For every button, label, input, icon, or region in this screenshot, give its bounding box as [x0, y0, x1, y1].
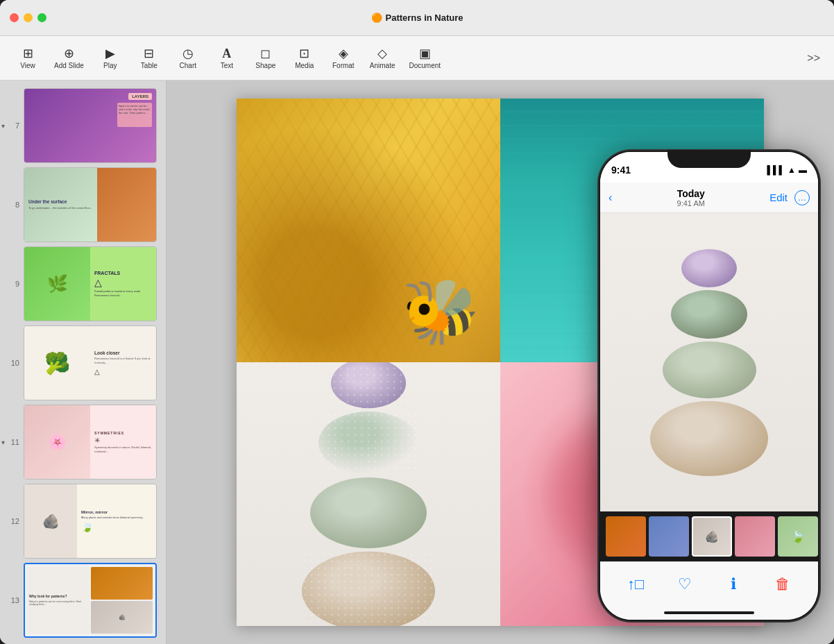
- slide-thumb-10[interactable]: 🥦 Look closer Romanesco broccoli is a fr…: [24, 325, 157, 400]
- phone-urchin-1: [681, 249, 737, 287]
- media-label: Media: [295, 62, 314, 69]
- phone-share-button[interactable]: ↑□: [623, 572, 648, 597]
- canvas-area: 🐝: [167, 80, 834, 644]
- toolbar-document[interactable]: ▣ Document: [402, 44, 448, 72]
- phone-urchin-3: [663, 341, 756, 398]
- close-button[interactable]: [10, 13, 19, 22]
- phone-thumb-1[interactable]: [606, 516, 646, 557]
- phone-thumbnails: 🪨 🍃: [600, 511, 818, 561]
- phone-home-indicator: [600, 606, 818, 620]
- document-icon: ▣: [419, 47, 431, 60]
- phone-status-bar: 9:41 ▌▌▌ ▲ ▬: [600, 152, 818, 183]
- toolbar-view[interactable]: ⊞ View: [8, 44, 47, 72]
- phone-urchin-2: [671, 290, 747, 339]
- add-slide-icon: ⊕: [64, 47, 74, 60]
- phone-toolbar: ↑□ ♡ ℹ 🗑: [600, 561, 818, 606]
- urchin-top: [331, 362, 406, 408]
- slide-thumb-13[interactable]: Why look for patterns? Nature's patterns…: [24, 563, 157, 638]
- trash-icon: 🗑: [775, 575, 790, 593]
- slide-item-12[interactable]: 12 🪨 Mirror, mirror Many plants and anim…: [0, 482, 166, 561]
- toolbar-table[interactable]: ⊟ Table: [130, 44, 169, 72]
- slide-number-10: 10: [6, 359, 19, 367]
- main-content: ▾ 7 LAYERS layers in nature can be seen …: [0, 80, 834, 644]
- slide-number-9: 9: [6, 280, 19, 288]
- slide-number-7: 7: [6, 121, 19, 130]
- slide-number-13: 13: [6, 596, 19, 604]
- share-icon: ↑□: [627, 575, 644, 593]
- slide-cell-honeycomb: 🐝: [237, 99, 500, 362]
- urchin-left-image: [237, 362, 500, 626]
- fullscreen-button[interactable]: [37, 13, 46, 22]
- minimize-button[interactable]: [24, 13, 33, 22]
- play-icon: ▶: [105, 47, 115, 60]
- chart-icon: ◷: [182, 47, 194, 60]
- slide-number-12: 12: [6, 517, 19, 525]
- slide-number-8: 8: [6, 201, 19, 209]
- signal-icon: ▌▌▌: [767, 165, 785, 175]
- collapse-arrow-7[interactable]: ▾: [1, 122, 5, 130]
- toolbar-text[interactable]: A Text: [207, 44, 246, 72]
- phone-time: 9:41: [611, 164, 631, 176]
- toolbar-shape[interactable]: ◻ Shape: [246, 44, 285, 72]
- slide-cell-urchin-left: [237, 362, 500, 626]
- phone-thumb-3-selected[interactable]: 🪨: [692, 516, 732, 557]
- collapse-arrow-11[interactable]: ▾: [1, 439, 5, 446]
- phone-thumb-2[interactable]: [649, 516, 689, 557]
- phone-main-image: [600, 213, 818, 511]
- slide-item-11[interactable]: ▾ 11 🌸 SYMMETRIES ✳ Symmetry abounds in …: [0, 402, 166, 482]
- phone-edit-button[interactable]: Edit: [769, 192, 788, 203]
- phone-nav-actions: Edit …: [769, 190, 810, 205]
- slide-thumb-9[interactable]: 🌿 FRACTALS △ Fractal patterns repeat at …: [24, 246, 157, 321]
- phone-favorite-button[interactable]: ♡: [672, 572, 697, 597]
- slide-item-13[interactable]: 13 Why look for patterns? Nature's patte…: [0, 561, 166, 640]
- media-icon: ⊡: [299, 47, 309, 60]
- slide-item-8[interactable]: 8 Under the surface To go underwater... …: [0, 165, 166, 244]
- table-label: Table: [141, 62, 158, 69]
- phone-thumb-5[interactable]: 🍃: [778, 516, 818, 557]
- phone-nav-title-sub: 9:41 AM: [612, 199, 769, 207]
- info-icon: ℹ: [731, 575, 736, 593]
- urchin-mid2: [310, 477, 427, 548]
- honeycomb-image: 🐝: [237, 99, 500, 362]
- phone-notch: [667, 152, 751, 168]
- phone-urchin-stack: [650, 249, 768, 476]
- phone-overlay: 9:41 ▌▌▌ ▲ ▬ ‹: [584, 122, 820, 622]
- keynote-icon: 🟠: [371, 12, 382, 23]
- slide-thumb-8[interactable]: Under the surface To go underwater... th…: [24, 167, 157, 242]
- toolbar-chart[interactable]: ◷ Chart: [169, 44, 207, 72]
- animate-label: Animate: [370, 62, 395, 69]
- toolbar-add-slide[interactable]: ⊕ Add Slide: [47, 44, 91, 72]
- slide-item-9[interactable]: 9 🌿 FRACTALS △ Fractal patterns repeat a…: [0, 244, 166, 323]
- phone-urchin-container: [600, 213, 818, 511]
- chart-label: Chart: [180, 62, 196, 69]
- phone-info-button[interactable]: ℹ: [721, 572, 746, 597]
- phone-thumb-4[interactable]: [735, 516, 775, 557]
- slide-thumb-12[interactable]: 🪨 Mirror, mirror Many plants and animals…: [24, 484, 157, 559]
- toolbar: ⊞ View ⊕ Add Slide ▶ Play ⊟ Table ◷ Char…: [0, 36, 834, 80]
- table-icon: ⊟: [144, 47, 154, 60]
- shape-icon: ◻: [260, 47, 271, 60]
- phone-delete-button[interactable]: 🗑: [770, 572, 795, 597]
- format-icon: ◈: [339, 47, 348, 60]
- phone-shell: 9:41 ▌▌▌ ▲ ▬ ‹: [598, 150, 820, 622]
- toolbar-media[interactable]: ⊡ Media: [285, 44, 324, 72]
- slide-thumb-11[interactable]: 🌸 SYMMETRIES ✳ Symmetry abounds in natur…: [24, 405, 157, 480]
- urchin-mid: [318, 412, 418, 474]
- slide-thumb-7[interactable]: LAYERS layers in nature can be seen in t…: [24, 88, 157, 163]
- add-slide-label: Add Slide: [54, 62, 84, 69]
- slide-item-7[interactable]: ▾ 7 LAYERS layers in nature can be seen …: [0, 86, 166, 165]
- bee-emoji: 🐝: [402, 276, 479, 348]
- toolbar-more[interactable]: >>: [801, 49, 826, 67]
- toolbar-format[interactable]: ◈ Format: [324, 44, 363, 72]
- thumb-7-tag: LAYERS: [128, 93, 152, 100]
- phone-nav-title: Today 9:41 AM: [612, 188, 769, 207]
- phone-nav-title-main: Today: [612, 188, 769, 199]
- toolbar-animate[interactable]: ◇ Animate: [363, 44, 402, 72]
- view-icon: ⊞: [23, 47, 33, 60]
- shape-label: Shape: [255, 62, 275, 69]
- wifi-icon: ▲: [788, 165, 796, 175]
- home-bar: [664, 611, 754, 614]
- toolbar-play[interactable]: ▶ Play: [91, 44, 130, 72]
- phone-more-button[interactable]: …: [794, 190, 810, 205]
- slide-item-10[interactable]: 10 🥦 Look closer Romanesco broccoli is a…: [0, 323, 166, 402]
